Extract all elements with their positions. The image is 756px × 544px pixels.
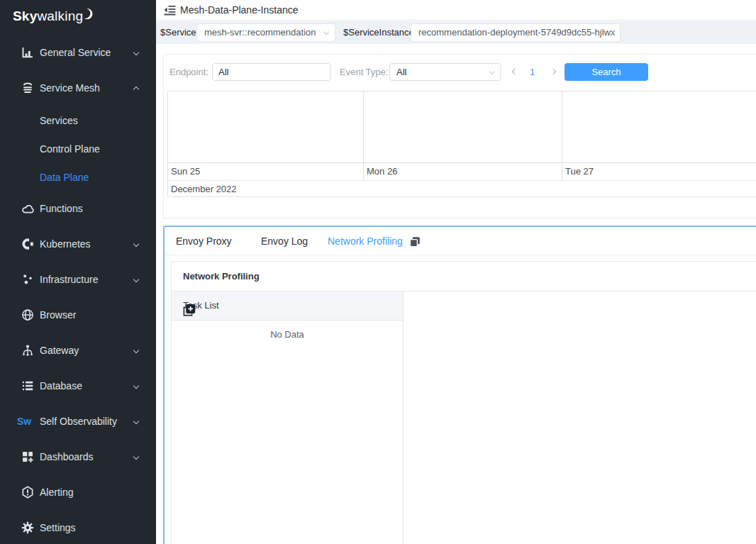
task-list-panel: Task List No Data — [172, 292, 404, 544]
event-timeline: Sun 25 Mon 26 Tue 27 December 2022 — [167, 91, 756, 197]
sidebar-item-label: Functions — [40, 199, 83, 218]
skywalking-app: Skywalking General Service Service Mesh … — [0, 0, 756, 544]
endpoint-input[interactable] — [212, 63, 331, 81]
page-number[interactable]: 1 — [530, 63, 535, 81]
sidebar-item-general-service[interactable]: General Service — [0, 43, 156, 62]
skywalking-sw-icon: Sw — [17, 412, 31, 431]
sidebar-item-service-mesh[interactable]: Service Mesh — [0, 79, 156, 97]
sidebar-item-label: Services — [40, 111, 78, 130]
sidebar-item-browser[interactable]: Browser — [0, 306, 156, 324]
dots-icon — [21, 273, 34, 286]
chevron-down-icon — [133, 383, 139, 389]
sidebar-item-label: Database — [40, 377, 82, 395]
sidebar-item-services[interactable]: Services — [0, 111, 156, 130]
sidebar-item-label: Kubernetes — [40, 235, 91, 253]
sidebar-item-settings[interactable]: Settings — [0, 518, 156, 537]
chevron-down-icon — [133, 50, 139, 55]
sidebar-item-functions[interactable]: Functions — [0, 199, 156, 218]
sidebar-item-control-plane[interactable]: Control Plane — [0, 140, 156, 158]
logo-text: walking — [37, 9, 83, 23]
tabs-bar: Envoy Proxy Envoy Log Network Profiling — [165, 227, 756, 255]
copy-icon[interactable] — [409, 236, 421, 250]
sidebar-item-kubernetes[interactable]: Kubernetes — [0, 235, 156, 253]
sidebar-item-label: Alerting — [40, 483, 73, 501]
cloud-icon — [21, 202, 34, 215]
add-task-icon[interactable] — [183, 299, 394, 328]
timeline-day-label: Mon 26 — [367, 163, 397, 180]
list-rows-icon — [21, 379, 34, 392]
page-title: Mesh-Data-Plane-Instance — [180, 0, 299, 20]
logo-text-bold: Sky — [13, 9, 37, 23]
sidebar-item-label: Service Mesh — [40, 79, 100, 97]
data-plane-tabs-widget: Envoy Proxy Envoy Log Network Profiling … — [163, 226, 756, 544]
chevron-down-icon — [489, 69, 495, 74]
page-header: Mesh-Data-Plane-Instance — [156, 0, 756, 21]
menu-fold-icon[interactable] — [164, 5, 176, 18]
sidebar-item-label: Settings — [40, 518, 76, 537]
event-type-select-value: All — [396, 67, 406, 77]
chevron-down-icon — [133, 277, 139, 282]
chevron-left-icon — [512, 69, 518, 74]
sidebar-item-label: Data Plane — [40, 168, 89, 187]
chevron-up-icon — [133, 87, 139, 92]
sidebar-item-label: Infrastructure — [40, 270, 98, 289]
timeline-month-label: December 2022 — [171, 181, 237, 198]
sidebar: Skywalking General Service Service Mesh … — [0, 0, 156, 544]
service-label: $Service — [160, 21, 196, 44]
timeline-day-label: Tue 27 — [565, 163, 594, 180]
sidebar-item-alerting[interactable]: Alerting — [0, 483, 156, 501]
sidebar-item-gateway[interactable]: Gateway — [0, 341, 156, 360]
crescent-moon-icon — [84, 7, 93, 23]
sidebar-item-label: General Service — [40, 43, 111, 62]
service-instance-select-value: recommendation-deployment-5749d9dc55-hjl… — [418, 27, 616, 38]
timeline-day-labels: Sun 25 Mon 26 Tue 27 — [168, 162, 756, 180]
tab-envoy-log[interactable]: Envoy Log — [261, 227, 308, 255]
prev-page-button[interactable] — [509, 63, 521, 81]
service-instance-select[interactable]: recommendation-deployment-5749d9dc55-hjl… — [411, 23, 621, 42]
main-content: Mesh-Data-Plane-Instance $Service mesh-s… — [156, 0, 756, 544]
sidebar-item-database[interactable]: Database — [0, 377, 156, 395]
endpoint-label: Endpoint: — [169, 63, 209, 81]
bar-chart-icon — [21, 46, 34, 59]
empty-state-text: No Data — [172, 329, 403, 340]
widget-title-bar: Network Profiling — [172, 262, 756, 292]
gear-icon — [21, 521, 34, 534]
sidebar-item-self-observability[interactable]: Sw Self Observability — [0, 412, 156, 431]
chevron-down-icon — [133, 454, 139, 460]
sidebar-item-label: Gateway — [40, 341, 79, 360]
next-page-button[interactable] — [547, 63, 559, 81]
chevron-down-icon — [133, 418, 139, 424]
sidebar-item-dashboards[interactable]: Dashboards — [0, 448, 156, 466]
sidebar-item-label: Browser — [40, 306, 76, 324]
network-icon — [21, 344, 34, 357]
service-instance-label: $ServiceInstance — [343, 21, 414, 44]
timeline-day-label: Sun 25 — [171, 163, 200, 180]
tab-envoy-proxy[interactable]: Envoy Proxy — [176, 227, 232, 255]
event-type-label: Event Type: — [340, 63, 388, 81]
chevron-down-icon — [323, 29, 329, 35]
chevron-right-icon — [550, 69, 556, 74]
service-select[interactable]: mesh-svr::recommendation — [196, 23, 335, 42]
chevron-down-icon — [133, 241, 139, 247]
mesh-stack-icon — [21, 82, 34, 94]
sidebar-item-infrastructure[interactable]: Infrastructure — [0, 270, 156, 289]
globe-icon — [21, 309, 34, 321]
sidebar-item-data-plane[interactable]: Data Plane — [0, 168, 156, 187]
timeline-month-row: December 2022 — [168, 180, 756, 198]
tab-network-profiling[interactable]: Network Profiling — [328, 227, 403, 255]
chevron-down-icon — [133, 348, 139, 353]
service-select-value: mesh-svr::recommendation — [204, 27, 316, 38]
sidebar-item-label: Control Plane — [40, 140, 100, 158]
widget-title: Network Profiling — [183, 262, 260, 291]
search-button[interactable]: Search — [565, 63, 648, 81]
grid-plus-icon — [21, 450, 34, 463]
network-profiling-widget: Network Profiling Task List No Data — [171, 261, 756, 544]
hexagon-alert-icon — [21, 486, 34, 499]
sidebar-item-label: Dashboards — [40, 448, 94, 466]
helm-icon — [21, 238, 34, 250]
sidebar-item-label: Self Observability — [40, 412, 117, 431]
task-list-header: Task List — [172, 292, 403, 321]
event-type-select[interactable]: All — [389, 63, 501, 81]
event-list-widget: Endpoint: Event Type: All 1 Search Sun 2… — [163, 54, 756, 218]
selector-bar: $Service mesh-svr::recommendation $Servi… — [156, 21, 756, 44]
